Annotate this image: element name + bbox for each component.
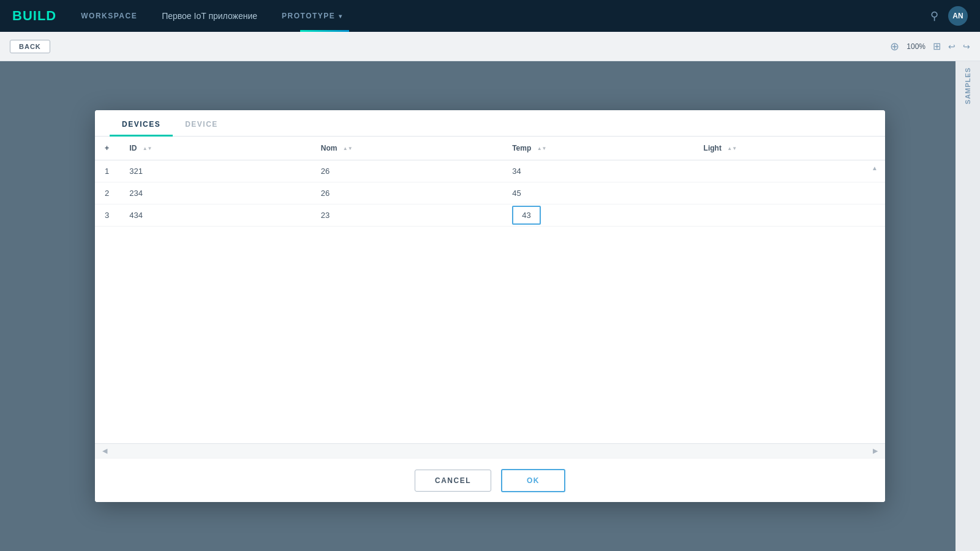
- tab-devices[interactable]: DEVICES: [110, 110, 173, 136]
- page-background: DEVICES DEVICE + ID ▲▼ Nom: [0, 61, 980, 551]
- build-logo: BUILD: [12, 8, 56, 24]
- nav-right: ⚲ AN: [930, 6, 968, 26]
- bottom-scrollbar: ◀ ▶: [95, 443, 885, 458]
- add-row-button[interactable]: +: [95, 137, 119, 160]
- tab-device[interactable]: DEVICE: [173, 110, 230, 136]
- nav-workspace[interactable]: WORKSPACE: [81, 12, 137, 20]
- row-2-temp[interactable]: 26: [311, 182, 502, 204]
- table-row: 1 321 26 34: [95, 160, 885, 182]
- samples-panel[interactable]: SAMPLES: [956, 61, 980, 551]
- scroll-right-arrow-btn[interactable]: ▶: [873, 447, 878, 455]
- back-button[interactable]: BACK: [10, 40, 50, 53]
- row-3-light-selected[interactable]: 43: [502, 204, 693, 227]
- avatar[interactable]: AN: [948, 6, 968, 26]
- row-3-id: 3: [95, 204, 119, 227]
- row-1-nom[interactable]: 321: [119, 160, 311, 182]
- modal-dialog: DEVICES DEVICE + ID ▲▼ Nom: [95, 110, 885, 502]
- col-header-light[interactable]: Light ▲▼: [694, 137, 885, 160]
- scroll-up-arrow[interactable]: ▲: [872, 165, 878, 171]
- row-3-nom[interactable]: 434: [119, 204, 311, 227]
- toolbar: BACK ⊕ 100% ⊞ ↩ ↪: [0, 32, 980, 61]
- table-row: 3 434 23 43: [95, 204, 885, 227]
- row-2-nom[interactable]: 234: [119, 182, 311, 204]
- prototype-underline: [300, 30, 349, 32]
- undo-icon[interactable]: ↩: [948, 42, 956, 51]
- table-row: 2 234 26 45: [95, 182, 885, 204]
- row-3-temp[interactable]: 23: [311, 204, 502, 227]
- col-header-id[interactable]: ID ▲▼: [119, 137, 311, 160]
- chevron-down-icon: ▾: [339, 13, 343, 20]
- modal-footer: CANCEL OK: [95, 458, 885, 502]
- row-1-light[interactable]: 34: [502, 160, 693, 182]
- col-header-temp[interactable]: Temp ▲▼: [502, 137, 693, 160]
- sort-icon-temp: ▲▼: [537, 146, 547, 151]
- sort-icon-id: ▲▼: [143, 146, 153, 151]
- sort-icon-light: ▲▼: [727, 146, 737, 151]
- scroll-right: ▲ ▼: [870, 165, 879, 443]
- row-1-temp[interactable]: 26: [311, 160, 502, 182]
- toolbar-right: ⊕ 100% ⊞ ↩ ↪: [890, 40, 970, 53]
- row-2-light[interactable]: 45: [502, 182, 693, 204]
- add-icon[interactable]: ⊕: [890, 40, 899, 53]
- sort-icon-nom: ▲▼: [343, 146, 353, 151]
- cancel-button[interactable]: CANCEL: [415, 470, 491, 492]
- zoom-level: 100%: [907, 42, 925, 51]
- col-header-nom[interactable]: Nom ▲▼: [311, 137, 502, 160]
- row-2-id: 2: [95, 182, 119, 204]
- ok-button[interactable]: OK: [501, 469, 565, 492]
- scroll-left-arrow[interactable]: ◀: [102, 447, 107, 455]
- search-icon[interactable]: ⚲: [930, 9, 938, 23]
- layout-icon[interactable]: ⊞: [933, 40, 941, 52]
- nav-prototype[interactable]: PROTOTYPE ▾: [282, 12, 343, 20]
- top-nav: BUILD WORKSPACE Первое IoT приложение PR…: [0, 0, 980, 32]
- row-1-id: 1: [95, 160, 119, 182]
- nav-app-name[interactable]: Первое IoT приложение: [162, 11, 257, 21]
- table-area: + ID ▲▼ Nom ▲▼ Temp ▲▼: [95, 137, 885, 443]
- redo-icon[interactable]: ↪: [963, 42, 970, 51]
- tab-bar: DEVICES DEVICE: [95, 110, 885, 137]
- data-table: + ID ▲▼ Nom ▲▼ Temp ▲▼: [95, 137, 885, 227]
- samples-label: SAMPLES: [964, 67, 971, 104]
